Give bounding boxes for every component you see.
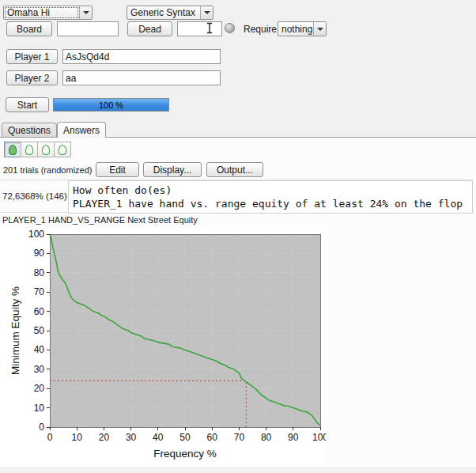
svg-text:10: 10	[72, 432, 83, 443]
player1-button[interactable]: Player 1	[6, 49, 58, 64]
trials-label: 201 trials (randomized)	[3, 165, 93, 175]
svg-text:30: 30	[126, 432, 137, 443]
svg-text:20: 20	[34, 383, 45, 394]
answer-select-button-3[interactable]	[37, 142, 55, 157]
chevron-down-icon	[200, 6, 213, 19]
svg-text:60: 60	[34, 306, 45, 317]
svg-text:0: 0	[39, 422, 44, 433]
question-line-2: PLAYER_1 have hand vs. range equity of a…	[73, 198, 463, 210]
status-ball-icon	[225, 23, 235, 33]
egg-icon	[25, 144, 34, 156]
output-button[interactable]: Output...	[206, 162, 263, 177]
question-line-1: How often do(es)	[73, 184, 172, 196]
svg-text:90: 90	[34, 248, 45, 259]
answer-select-button-1[interactable]	[4, 142, 21, 157]
answer-select-button-4[interactable]	[54, 142, 71, 157]
player2-button[interactable]: Player 2	[6, 70, 58, 85]
dead-button[interactable]: Dead	[127, 21, 172, 36]
svg-text:Minimum Equity %: Minimum Equity %	[9, 286, 21, 375]
edit-button[interactable]: Edit	[96, 162, 139, 177]
question-text-box: How often do(es) PLAYER_1 have hand vs. …	[68, 180, 473, 214]
svg-text:60: 60	[207, 432, 218, 443]
answer-icon-toolbar	[4, 142, 71, 157]
answer-select-button-2[interactable]	[21, 142, 38, 157]
svg-text:100: 100	[312, 432, 326, 443]
display-button[interactable]: Display...	[143, 162, 202, 177]
svg-text:20: 20	[99, 432, 110, 443]
svg-text:80: 80	[261, 432, 272, 443]
svg-text:100: 100	[28, 229, 44, 240]
syntax-select[interactable]: Generic Syntax	[127, 6, 213, 20]
svg-text:Frequency %: Frequency %	[153, 448, 217, 460]
svg-text:40: 40	[34, 344, 45, 355]
syntax-select-value: Generic Syntax	[127, 6, 200, 19]
chevron-down-icon	[313, 22, 326, 36]
answer-result-row: 72,6368% (146) How often do(es) PLAYER_1…	[0, 180, 473, 213]
odds-oracle-window: Omaha Hi Generic Syntax Board Dead Requi…	[0, 0, 476, 473]
egg-icon	[58, 144, 67, 156]
result-value: 72,6368% (146)	[2, 191, 67, 201]
start-button[interactable]: Start	[6, 97, 49, 112]
svg-text:50: 50	[34, 325, 45, 336]
game-select-value: Omaha Hi	[4, 6, 79, 19]
chevron-down-icon	[79, 6, 92, 19]
egg-icon	[41, 144, 51, 156]
svg-text:90: 90	[288, 432, 299, 443]
chart-caption: PLAYER_1 HAND_VS_RANGE Next Street Equit…	[2, 215, 198, 225]
player1-input[interactable]	[62, 49, 221, 64]
equity-chart-svg: 0102030405060708090100010203040506070809…	[0, 225, 326, 467]
svg-text:40: 40	[153, 432, 164, 443]
player2-input[interactable]	[62, 70, 221, 85]
game-select[interactable]: Omaha Hi	[3, 6, 93, 20]
svg-text:70: 70	[34, 286, 45, 297]
equity-chart: 0102030405060708090100010203040506070809…	[0, 225, 326, 467]
svg-text:30: 30	[34, 364, 45, 375]
egg-icon	[8, 144, 17, 156]
tab-answers[interactable]: Answers	[57, 122, 106, 138]
board-input[interactable]	[57, 21, 119, 36]
svg-text:0: 0	[47, 432, 53, 443]
svg-text:50: 50	[179, 432, 191, 443]
svg-text:70: 70	[234, 432, 245, 443]
tab-questions[interactable]: Questions	[2, 123, 57, 137]
dead-input[interactable]	[177, 21, 222, 36]
text-cursor-icon	[206, 22, 213, 34]
progress-text: 100 %	[54, 99, 168, 111]
svg-text:10: 10	[34, 403, 45, 414]
require-select[interactable]: nothing	[278, 21, 327, 36]
progress-bar: 100 %	[53, 98, 169, 112]
board-button[interactable]: Board	[6, 21, 52, 36]
require-select-value: nothing	[278, 22, 313, 36]
svg-text:80: 80	[34, 267, 45, 278]
require-label: Require	[244, 24, 277, 35]
